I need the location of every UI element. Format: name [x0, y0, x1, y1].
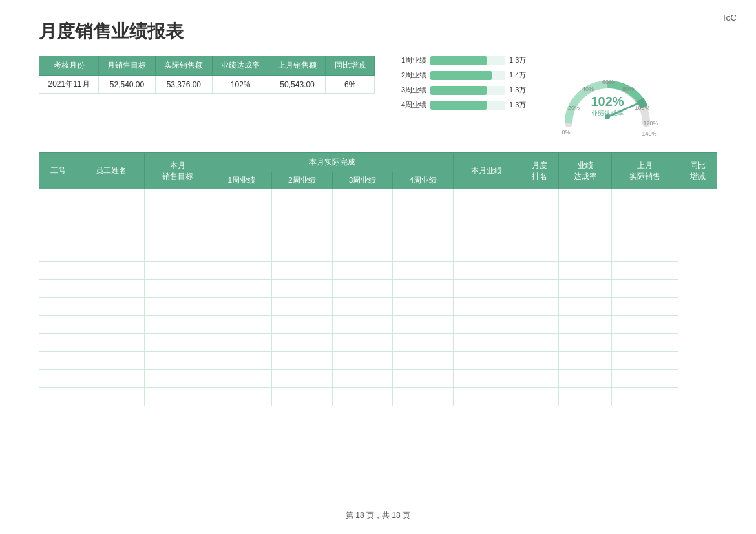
summary-td: 6%	[326, 76, 375, 94]
table-cell	[393, 225, 454, 243]
table-cell	[39, 189, 78, 207]
table-cell	[611, 388, 678, 406]
weekly-bar-fill	[430, 86, 487, 95]
table-cell	[454, 225, 520, 243]
table-cell	[39, 262, 78, 280]
summary-th: 考核月份	[39, 56, 99, 76]
table-cell	[332, 207, 393, 225]
table-cell	[520, 189, 559, 207]
table-cell	[559, 388, 612, 406]
table-row	[39, 243, 717, 262]
table-cell	[520, 352, 559, 370]
summary-th: 月销售目标	[99, 56, 156, 76]
table-cell	[272, 225, 333, 243]
table-cell	[393, 189, 454, 207]
table-cell	[145, 225, 211, 243]
table-cell	[145, 316, 211, 334]
table-cell	[211, 352, 272, 370]
table-cell	[78, 388, 144, 406]
table-cell	[332, 243, 393, 262]
table-cell	[393, 334, 454, 352]
table-cell	[520, 280, 559, 298]
toc-indicator: ToC	[722, 13, 737, 23]
table-cell	[454, 298, 520, 316]
table-cell	[393, 262, 454, 280]
weekly-bar-bg	[430, 101, 505, 110]
summary-td: 53,376.00	[155, 76, 212, 94]
weekly-row: 4周业绩1.3万	[401, 100, 530, 110]
table-cell	[393, 298, 454, 316]
table-cell	[611, 280, 678, 298]
table-cell	[211, 280, 272, 298]
col-header-week4: 4周业绩	[393, 172, 454, 189]
table-cell	[559, 225, 612, 243]
table-cell	[39, 298, 78, 316]
table-cell	[145, 262, 211, 280]
table-row	[39, 262, 717, 280]
table-cell	[332, 370, 393, 388]
table-cell	[520, 316, 559, 334]
weekly-row-label: 1周业绩	[401, 56, 426, 65]
table-cell	[559, 298, 612, 316]
table-cell	[78, 225, 144, 243]
weekly-bar-bg	[430, 86, 505, 95]
weekly-row-value: 1.4万	[509, 70, 530, 80]
table-row	[39, 352, 717, 370]
svg-text:100%: 100%	[635, 105, 649, 111]
table-cell	[272, 262, 333, 280]
table-cell	[559, 352, 612, 370]
table-cell	[520, 207, 559, 225]
table-cell	[559, 280, 612, 298]
svg-text:120%: 120%	[643, 120, 658, 127]
table-cell	[78, 316, 144, 334]
table-cell	[454, 316, 520, 334]
table-cell	[611, 316, 678, 334]
svg-text:40%: 40%	[582, 86, 594, 92]
table-cell	[39, 352, 78, 370]
table-cell	[78, 262, 144, 280]
table-row	[39, 316, 717, 334]
col-header-week2: 2周业绩	[272, 172, 333, 189]
table-cell	[332, 352, 393, 370]
gauge-container: 0% 20% 40% 60% 80% 100% 120% 140% 102% 业…	[556, 56, 659, 139]
table-row	[39, 370, 717, 388]
summary-td: 52,540.00	[99, 76, 156, 94]
table-cell	[332, 225, 393, 243]
summary-table: 考核月份月销售目标实际销售额业绩达成率上月销售额同比增减 2021年11月52,…	[39, 56, 375, 94]
table-cell	[211, 243, 272, 262]
table-cell	[559, 243, 612, 262]
weekly-row-value: 1.3万	[509, 85, 530, 95]
table-cell	[78, 207, 144, 225]
table-cell	[559, 262, 612, 280]
table-cell	[211, 388, 272, 406]
table-cell	[559, 207, 612, 225]
summary-header-row: 考核月份月销售目标实际销售额业绩达成率上月销售额同比增减	[39, 56, 375, 76]
table-cell	[393, 352, 454, 370]
table-cell	[520, 243, 559, 262]
summary-th: 上月销售额	[269, 56, 326, 76]
table-cell	[39, 225, 78, 243]
table-cell	[211, 316, 272, 334]
table-cell	[272, 207, 333, 225]
table-cell	[454, 334, 520, 352]
page-footer: 第 18 页，共 18 页	[0, 510, 756, 521]
table-cell	[520, 370, 559, 388]
table-cell	[520, 298, 559, 316]
table-cell	[393, 370, 454, 388]
page-number: 第 18 页，共 18 页	[346, 511, 410, 520]
svg-text:0%: 0%	[562, 129, 570, 136]
table-cell	[211, 189, 272, 207]
col-header-employee-name: 员工姓名	[78, 153, 144, 189]
col-header-monthly-rank: 月度排名	[520, 153, 559, 189]
main-table-body	[39, 189, 717, 406]
summary-th: 业绩达成率	[212, 56, 269, 76]
table-cell	[272, 298, 333, 316]
table-cell	[393, 316, 454, 334]
table-cell	[272, 334, 333, 352]
table-cell	[39, 334, 78, 352]
gauge-center-text: 102% 业绩达成率	[591, 94, 624, 118]
col-header-achieve-rate: 业绩达成率	[559, 153, 612, 189]
summary-td: 50,543.00	[269, 76, 326, 94]
table-cell	[611, 262, 678, 280]
page-title: 月度销售业绩报表	[39, 19, 717, 44]
